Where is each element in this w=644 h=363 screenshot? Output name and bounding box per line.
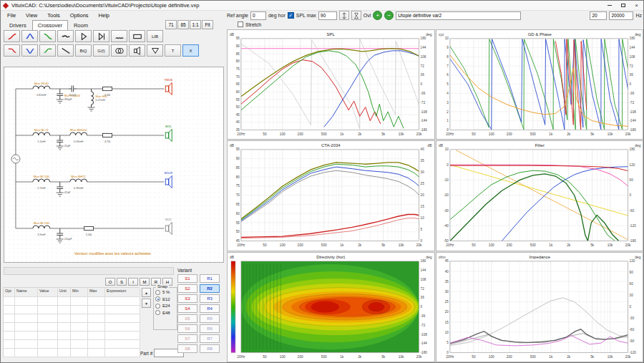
x-button[interactable]: X [182, 44, 199, 57]
svg-text:dB: dB [230, 145, 235, 148]
attenuator-button[interactable] [147, 44, 163, 57]
gf-button[interactable]: G(f) [93, 44, 109, 57]
zoom-11-button[interactable]: 1:1 [190, 20, 201, 29]
resistor-symbol[interactable] [103, 133, 112, 137]
zoom-65-button[interactable]: 65 [177, 20, 189, 29]
variant-s4-button[interactable]: S4 [177, 304, 197, 313]
opt-i-button[interactable]: I [128, 278, 138, 286]
move-up-button[interactable]: ▲ [142, 288, 151, 297]
resistor-symbol[interactable] [103, 87, 112, 90]
zoom-71-button[interactable]: 71 [165, 20, 177, 29]
variant-s1-button[interactable]: S1 [177, 274, 197, 283]
transfer-black-button[interactable] [57, 30, 74, 42]
move-down-button[interactable]: ▼ [142, 299, 151, 308]
opt-o-button[interactable]: O [105, 278, 115, 286]
transformer-button[interactable] [111, 44, 127, 57]
snap-option-e12[interactable]: E12 [155, 296, 175, 301]
resistor-button[interactable] [129, 30, 145, 42]
svg-text:70: 70 [236, 194, 240, 198]
opt-m-button[interactable]: M [140, 278, 150, 286]
freq-min-input[interactable] [590, 11, 607, 20]
maximize-button[interactable] [616, 1, 630, 10]
variant-s6-button[interactable]: S6 [177, 324, 197, 333]
ref-angle-input[interactable] [250, 11, 266, 20]
variant-s3-button[interactable]: S3 [177, 294, 197, 303]
schematic-canvas[interactable]: Mun H1400.82mHMun Ecap63390µF8.2µFMun H5… [4, 67, 224, 263]
tab-drivers[interactable]: Drivers [4, 20, 32, 31]
run-button[interactable] [75, 30, 92, 42]
minimize-icon [608, 5, 612, 6]
table-row[interactable] [4, 340, 140, 349]
filter-black-button[interactable] [57, 44, 74, 57]
svg-text:40: 40 [236, 120, 240, 124]
filter-red-button[interactable] [4, 44, 20, 57]
variant-r5-button[interactable]: R5 [200, 314, 220, 323]
t-button[interactable]: T [165, 44, 181, 57]
table-row[interactable] [4, 314, 140, 323]
variant-name-input[interactable] [396, 11, 521, 20]
menu-options[interactable]: Options [65, 11, 94, 19]
table-row[interactable] [4, 349, 140, 357]
filter-green-button[interactable] [39, 44, 56, 57]
stretch-checkbox[interactable]: Stretch [238, 21, 261, 27]
svg-text:36: 36 [629, 74, 633, 77]
variant-r8-button[interactable]: R8 [200, 344, 220, 353]
variant-s5-button[interactable]: S5 [177, 314, 197, 323]
axis-step-button[interactable] [339, 11, 349, 20]
minimize-button[interactable] [602, 1, 616, 10]
menu-view[interactable]: View [21, 11, 42, 19]
delay-button[interactable] [351, 11, 361, 20]
transfer-red-button[interactable] [4, 30, 20, 42]
svg-text:200: 200 [506, 355, 512, 359]
add-variant-button[interactable]: + [373, 11, 382, 20]
table-row[interactable] [4, 331, 140, 340]
menu-file[interactable]: File [2, 11, 21, 19]
close-button[interactable]: × [630, 1, 643, 10]
spl-max-input[interactable] [318, 11, 337, 20]
svg-text:-30: -30 [444, 209, 449, 213]
spl-max-checkbox[interactable]: ✓ [288, 12, 294, 19]
freq-max-input[interactable] [609, 11, 633, 20]
lib-button[interactable]: LIB [147, 30, 163, 42]
variant-r6-button[interactable]: R6 [200, 324, 220, 333]
table-row[interactable] [4, 306, 140, 314]
snap-option-e24[interactable]: E24 [155, 304, 175, 309]
svg-text:72: 72 [629, 64, 633, 68]
resistor-symbol[interactable] [84, 226, 94, 230]
transfer-blue-button[interactable] [21, 30, 38, 42]
menu-help[interactable]: Help [94, 11, 114, 19]
variant-s8-button[interactable]: S8 [177, 344, 197, 353]
variant-s7-button[interactable]: S7 [177, 334, 197, 343]
inductor-button[interactable] [111, 30, 127, 42]
variant-r2-button[interactable]: R2 [200, 284, 220, 293]
table-row[interactable] [4, 297, 140, 306]
svg-text:-180: -180 [421, 128, 428, 132]
svg-text:20: 20 [421, 194, 425, 198]
schematic-hscrollbar[interactable] [4, 267, 174, 275]
variant-r3-button[interactable]: R3 [200, 294, 220, 303]
zoom-fit-button[interactable]: Fit [202, 20, 213, 29]
menu-tools[interactable]: Tools [42, 11, 65, 19]
svg-text:deg: deg [426, 33, 432, 37]
svg-text:47µF: 47µF [64, 191, 71, 194]
highpass-curve-icon [6, 32, 18, 42]
opt-s-button[interactable]: S [117, 278, 127, 286]
transfer-green-button[interactable] [39, 30, 56, 42]
driver-button[interactable] [129, 44, 145, 57]
variant-r4-button[interactable]: R4 [200, 304, 220, 313]
variant-s2-button[interactable]: S2 [177, 284, 197, 293]
run-step-button[interactable] [93, 30, 109, 42]
svg-text:1k: 1k [340, 244, 344, 248]
table-row[interactable] [4, 323, 140, 331]
tab-room[interactable]: Room [68, 20, 94, 31]
svg-text:75: 75 [236, 185, 240, 188]
tab-crossover[interactable]: Crossover [32, 20, 68, 31]
variant-r7-button[interactable]: R7 [200, 334, 220, 343]
biq-button[interactable]: BiQ [75, 44, 92, 57]
snap-option-e48[interactable]: E48 [155, 310, 175, 315]
variant-r1-button[interactable]: R1 [200, 274, 220, 283]
variant-panel: Variant S1R1S2R2S3R3S4R4S5R5S6R6S7R7S8R8 [177, 268, 225, 354]
snap-option-5[interactable]: 5 % [155, 290, 175, 295]
filter-blue-button[interactable] [21, 44, 38, 57]
remove-variant-button[interactable]: − [384, 11, 394, 20]
